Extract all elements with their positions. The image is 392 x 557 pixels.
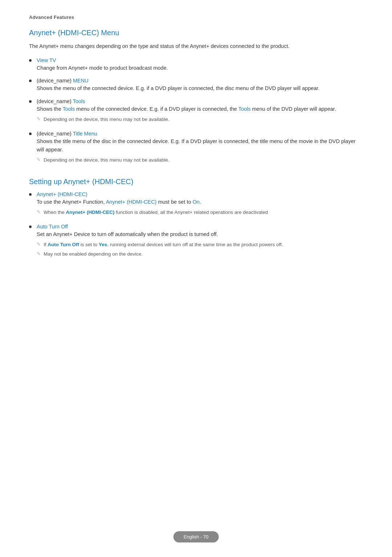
- inline-bold-link: Anynet+ (HDMI-CEC): [66, 210, 115, 215]
- note-text: If Auto Turn Off is set to Yes, running …: [44, 241, 283, 249]
- bullet-dot: [29, 225, 32, 228]
- item-body: To use the Anynet+ Function, Anynet+ (HD…: [37, 198, 363, 206]
- bullet-dot: [29, 80, 32, 82]
- note-list: ✎ If Auto Turn Off is set to Yes, runnin…: [37, 241, 363, 258]
- bullet-content: (device_name) MENU Shows the menu of the…: [37, 77, 363, 93]
- item-title-prefix: (device_name): [37, 131, 73, 137]
- bullet-content: (device_name) Title Menu Shows the title…: [37, 130, 363, 166]
- pencil-icon: ✎: [37, 241, 41, 247]
- inline-link: Tools: [238, 106, 251, 112]
- section1: Anynet+ (HDMI-CEC) Menu The Anynet+ menu…: [29, 29, 363, 166]
- section2-title: Setting up Anynet+ (HDMI-CEC): [29, 178, 363, 186]
- note-list: ✎ Depending on the device, this menu may…: [37, 156, 363, 164]
- item-title-prefix: (device_name): [37, 78, 73, 84]
- note-text: When the Anynet+ (HDMI-CEC) function is …: [44, 209, 268, 216]
- pencil-icon: ✎: [37, 209, 41, 215]
- note-item: ✎ Depending on the device, this menu may…: [37, 116, 363, 123]
- inline-bold-link: Auto Turn Off: [48, 242, 79, 247]
- item-title-link: Anynet+ (HDMI-CEC): [37, 191, 87, 197]
- list-item: Auto Turn Off Set an Anynet+ Device to t…: [29, 223, 363, 260]
- bullet-dot: [29, 133, 32, 135]
- item-title-link: View TV: [37, 57, 56, 63]
- footer-label: English - 70: [173, 531, 219, 542]
- item-body: Shows the title menu of the disc in the …: [37, 137, 363, 154]
- note-list: ✎ Depending on the device, this menu may…: [37, 116, 363, 123]
- note-item: ✎ When the Anynet+ (HDMI-CEC) function i…: [37, 209, 363, 216]
- pencil-icon: ✎: [37, 251, 41, 256]
- bullet-content: View TV Change from Anynet+ mode to prod…: [37, 57, 363, 72]
- item-title-prefix: (device_name): [37, 98, 73, 104]
- inline-link: Tools: [62, 106, 75, 112]
- note-text: Depending on the device, this menu may n…: [44, 116, 170, 123]
- list-item: (device_name) MENU Shows the menu of the…: [29, 77, 363, 93]
- bullet-dot: [29, 193, 32, 196]
- pencil-icon: ✎: [37, 157, 41, 162]
- list-item: Anynet+ (HDMI-CEC) To use the Anynet+ Fu…: [29, 191, 363, 218]
- section2-list: Anynet+ (HDMI-CEC) To use the Anynet+ Fu…: [29, 191, 363, 260]
- section1-intro: The Anynet+ menu changes depending on th…: [29, 42, 363, 50]
- list-item: (device_name) Tools Shows the Tools menu…: [29, 98, 363, 125]
- note-item: ✎ May not be enabled depending on the de…: [37, 251, 363, 258]
- bullet-dot: [29, 59, 32, 62]
- item-title-link: Tools: [73, 98, 85, 104]
- section1-list: View TV Change from Anynet+ mode to prod…: [29, 57, 363, 166]
- note-text: May not be enabled depending on the devi…: [44, 251, 143, 258]
- note-item: ✎ If Auto Turn Off is set to Yes, runnin…: [37, 241, 363, 249]
- bullet-dot: [29, 100, 32, 103]
- note-list: ✎ When the Anynet+ (HDMI-CEC) function i…: [37, 209, 363, 216]
- inline-link: Anynet+ (HDMI-CEC): [106, 199, 157, 205]
- list-item: View TV Change from Anynet+ mode to prod…: [29, 57, 363, 72]
- note-text: Depending on the device, this menu may n…: [44, 156, 170, 164]
- item-title-auto-turn-off: Auto Turn Off: [37, 224, 68, 229]
- item-title-link: Title Menu: [73, 131, 97, 137]
- section2: Setting up Anynet+ (HDMI-CEC) Anynet+ (H…: [29, 178, 363, 260]
- item-body: Set an Anynet+ Device to turn off automa…: [37, 230, 363, 239]
- section1-title: Anynet+ (HDMI-CEC) Menu: [29, 29, 363, 37]
- list-item: (device_name) Title Menu Shows the title…: [29, 130, 363, 166]
- bullet-content: Anynet+ (HDMI-CEC) To use the Anynet+ Fu…: [37, 191, 363, 218]
- pencil-icon: ✎: [37, 116, 41, 122]
- bullet-content: Auto Turn Off Set an Anynet+ Device to t…: [37, 223, 363, 260]
- inline-bold-link: Yes: [99, 242, 107, 247]
- item-body: Shows the Tools menu of the connected de…: [37, 105, 363, 113]
- note-item: ✎ Depending on the device, this menu may…: [37, 156, 363, 164]
- inline-link: On: [193, 199, 200, 205]
- item-body: Change from Anynet+ mode to product broa…: [37, 64, 363, 72]
- item-title-link: MENU: [73, 78, 89, 84]
- section-header: Advanced Features: [29, 15, 363, 20]
- bullet-content: (device_name) Tools Shows the Tools menu…: [37, 98, 363, 125]
- item-body: Shows the menu of the connected device. …: [37, 84, 363, 93]
